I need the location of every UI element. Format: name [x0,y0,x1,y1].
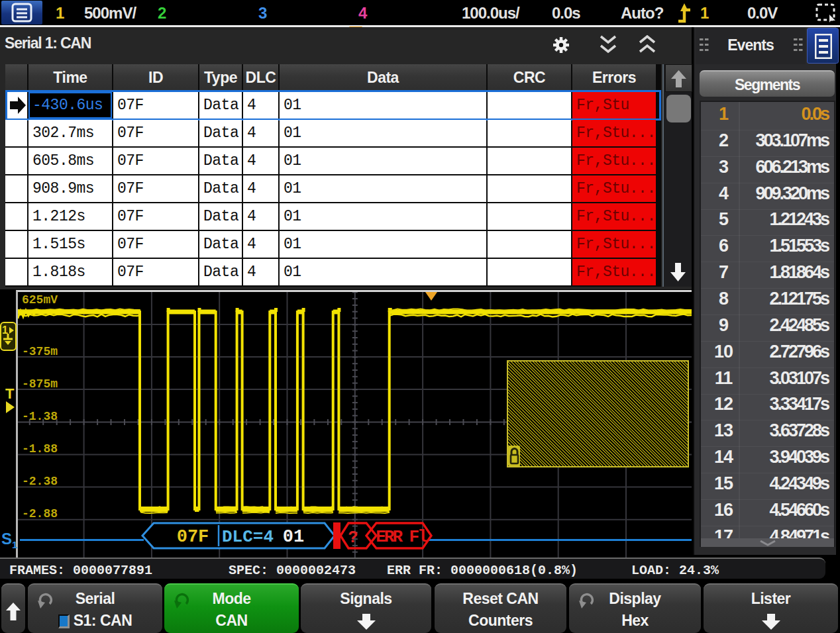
svg-text:-375m: -375m [22,345,58,358]
svg-text:ERR Fl: ERR Fl [376,527,427,547]
svg-text:DLC=4: DLC=4 [222,527,274,547]
svg-text:-1.88: -1.88 [22,442,58,456]
svg-text:-2.38: -2.38 [22,475,58,488]
svg-text:07F: 07F [177,527,209,547]
svg-text:-875m: -875m [22,377,58,391]
svg-text:?: ? [348,528,358,548]
svg-text:-2.88: -2.88 [22,507,58,520]
svg-text:625mV: 625mV [22,293,58,307]
svg-text:-1.38: -1.38 [22,410,58,423]
svg-text:01: 01 [283,527,304,547]
